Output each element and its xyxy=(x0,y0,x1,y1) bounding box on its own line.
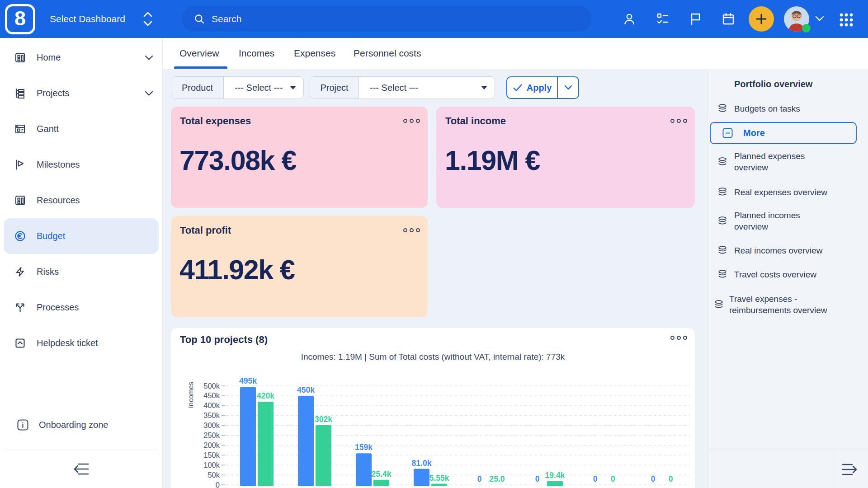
sidebar-item-onboarding-zone[interactable]: Onboarding zone xyxy=(0,414,162,436)
panel-title: Portfolio overview xyxy=(734,79,812,89)
panel-item-label: Planned incomes overview xyxy=(734,210,831,232)
project-select-value: --- Select --- xyxy=(370,83,418,93)
coins-icon xyxy=(717,157,727,167)
panel-item-planned-incomes[interactable]: Planned incomes overview xyxy=(708,210,868,232)
flag-icon[interactable] xyxy=(689,12,702,26)
search-icon xyxy=(194,14,205,24)
svg-text:450k: 450k xyxy=(203,391,220,399)
tab-personnel-costs[interactable]: Personnel costs xyxy=(354,38,421,69)
project-select[interactable]: --- Select --- xyxy=(359,77,495,99)
product-filter: Product --- Select --- xyxy=(171,76,304,99)
svg-text:100k: 100k xyxy=(203,461,220,469)
avatar-chevron-down-icon[interactable] xyxy=(815,15,825,23)
panel-collapse-icon[interactable] xyxy=(841,461,858,478)
right-panel: Portfolio overview Budgets on tasks More… xyxy=(707,69,868,488)
panel-footer-vertical-divider xyxy=(833,450,833,488)
add-button[interactable] xyxy=(749,6,774,32)
svg-text:0: 0 xyxy=(593,474,598,483)
panel-item-label: Planned expenses overview xyxy=(734,150,831,173)
sidebar-item-gantt[interactable]: Gantt xyxy=(4,111,159,147)
panel-item-travel-costs[interactable]: Travel costs overview xyxy=(708,268,868,280)
coins-icon xyxy=(717,245,727,255)
search-input[interactable]: Search xyxy=(182,6,592,32)
sidebar-item-budget[interactable]: Budget xyxy=(4,218,159,254)
sidebar-item-home[interactable]: Home xyxy=(4,40,159,75)
app-logo[interactable]: 8 xyxy=(5,4,35,34)
project-filter-label: Project xyxy=(310,77,359,99)
panel-item-travel-reimbursements[interactable]: Travel expenses - reimbursements overvie… xyxy=(708,293,868,316)
select-updown-icon xyxy=(142,10,154,28)
svg-text:5.55k: 5.55k xyxy=(429,474,449,483)
card-menu-icon[interactable] xyxy=(670,336,687,340)
sidebar-item-risks[interactable]: Risks xyxy=(4,254,159,290)
onboarding-label: Onboarding zone xyxy=(39,420,108,430)
panel-item-planned-expenses[interactable]: Planned expenses overview xyxy=(708,150,868,173)
apps-grid-icon[interactable] xyxy=(839,12,854,28)
coins-icon xyxy=(717,187,727,197)
sidebar-item-projects[interactable]: Projects xyxy=(4,75,159,111)
sidebar-collapse-icon[interactable] xyxy=(73,461,90,477)
euro-icon xyxy=(14,230,26,242)
user-icon[interactable] xyxy=(623,12,636,26)
apply-split-button: Apply xyxy=(506,76,579,99)
calendar-icon[interactable] xyxy=(722,12,735,26)
product-select[interactable]: --- Select --- xyxy=(224,77,303,99)
card-menu-icon[interactable] xyxy=(403,119,420,123)
svg-text:0: 0 xyxy=(535,474,540,483)
task-list-icon[interactable] xyxy=(656,12,670,26)
tab-expenses[interactable]: Expenses xyxy=(294,38,335,69)
svg-text:495k: 495k xyxy=(239,376,257,385)
svg-text:25.4k: 25.4k xyxy=(372,469,392,479)
panel-item-budgets-on-tasks[interactable]: Budgets on tasks xyxy=(708,103,868,114)
card-menu-icon[interactable] xyxy=(403,228,420,232)
left-sidebar: Home Projects Gantt Milestones Resources xyxy=(0,38,163,488)
panel-item-real-expenses[interactable]: Real expenses overview xyxy=(708,186,868,198)
apply-button[interactable]: Apply xyxy=(507,77,557,98)
tab-label: Incomes xyxy=(239,48,274,59)
tab-label: Expenses xyxy=(294,48,335,59)
check-icon xyxy=(513,84,523,92)
top-bar: 8 Select Dashboard Search xyxy=(0,0,868,38)
sidebar-item-resources[interactable]: Resources xyxy=(4,183,159,218)
tab-incomes[interactable]: Incomes xyxy=(239,38,274,69)
tab-overview[interactable]: Overview xyxy=(179,38,219,69)
chevron-down-icon xyxy=(564,85,572,90)
search-placeholder: Search xyxy=(212,14,242,24)
apply-label: Apply xyxy=(527,83,552,93)
card-menu-icon[interactable] xyxy=(670,119,687,123)
sidebar-item-processes[interactable]: Processes xyxy=(4,290,159,325)
svg-text:200k: 200k xyxy=(203,441,220,449)
sidebar-item-label: Budget xyxy=(37,231,65,241)
sidebar-item-label: Home xyxy=(37,52,61,63)
panel-footer-divider xyxy=(708,450,868,450)
avatar[interactable] xyxy=(784,6,809,32)
plus-icon xyxy=(755,13,768,25)
top-projects-chart-card: Top 10 projects (8) Incomes: 1.19M | Sum… xyxy=(171,328,695,488)
panel-item-real-incomes[interactable]: Real incomes overview xyxy=(708,244,868,256)
dashboard-selector[interactable]: Select Dashboard xyxy=(50,0,154,38)
svg-text:159k: 159k xyxy=(355,443,373,452)
sidebar-item-milestones[interactable]: Milestones xyxy=(4,147,159,183)
tab-label: Personnel costs xyxy=(354,48,421,59)
split-arrows-icon xyxy=(14,302,26,313)
coins-icon xyxy=(717,269,727,279)
svg-text:25.0: 25.0 xyxy=(489,474,505,483)
total-income-card: Total income 1.19M € xyxy=(436,107,695,208)
chevron-down-icon xyxy=(145,91,153,96)
svg-text:302k: 302k xyxy=(315,415,332,424)
app-window: 8 Select Dashboard Search Home xyxy=(0,0,868,488)
panel-item-label: Travel costs overview xyxy=(734,269,816,280)
sidebar-item-helpdesk[interactable]: Helpdesk ticket xyxy=(4,325,159,361)
sidebar-item-label: Gantt xyxy=(37,124,59,134)
panel-item-more[interactable]: More xyxy=(710,122,857,144)
resources-icon xyxy=(14,195,26,206)
apply-dropdown-button[interactable] xyxy=(558,77,578,98)
svg-text:0: 0 xyxy=(669,474,673,483)
svg-text:0: 0 xyxy=(477,474,482,483)
panel-item-label: Travel expenses - reimbursements overvie… xyxy=(729,293,847,316)
select-caret-icon xyxy=(290,86,296,89)
tab-label: Overview xyxy=(179,48,219,59)
total-profit-card: Total profit 411.92k € xyxy=(171,216,428,317)
card-value: 411.92k € xyxy=(179,254,295,286)
svg-text:50k: 50k xyxy=(208,471,220,479)
